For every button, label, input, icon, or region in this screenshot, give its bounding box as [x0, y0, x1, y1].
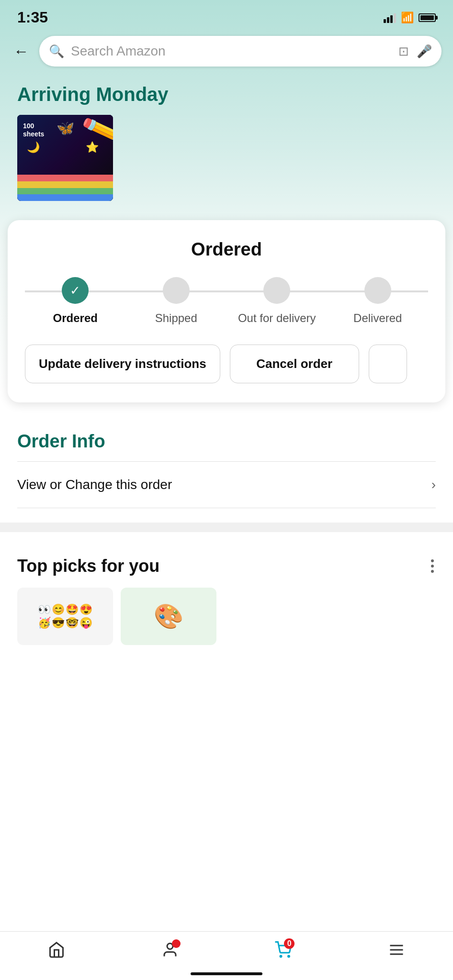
step-circle-delivered: [364, 277, 391, 304]
chevron-right-icon: ›: [431, 477, 436, 492]
view-change-order-row[interactable]: View or Change this order ›: [17, 462, 436, 508]
battery-icon: [419, 13, 436, 22]
back-button[interactable]: ←: [11, 41, 31, 62]
view-change-order-label: View or Change this order: [17, 477, 172, 492]
progress-tracker: ✓ Ordered Shipped Out for delivery Deliv…: [25, 277, 428, 325]
status-time: 1:35: [17, 9, 48, 26]
step-circle-ordered: ✓: [62, 277, 89, 304]
delivery-card: Ordered ✓ Ordered Shipped Out for delive…: [8, 220, 445, 402]
camera-icon[interactable]: ⊡: [398, 44, 409, 59]
section-separator: [0, 523, 453, 532]
delivery-status-title: Ordered: [25, 239, 428, 260]
picks-row: 👀 😊 🤩 😍 🥳 😎 🤓 😜 🎨: [17, 588, 436, 645]
arriving-section: Arriving Monday 100sheets 🦋: [0, 74, 453, 211]
search-actions: ⊡ 🎤: [398, 44, 432, 59]
status-bar: 1:35 📶: [0, 0, 453, 31]
status-icons: 📶: [384, 11, 436, 24]
step-shipped: Shipped: [126, 277, 227, 325]
product-image: 100sheets 🦋 🌙 ⭐ ✏️: [17, 115, 113, 201]
signal-icon: [384, 12, 396, 23]
cart-count-badge: 0: [284, 938, 294, 949]
top-picks-section: Top picks for you 👀 😊 🤩 😍 🥳 😎 🤓 😜: [0, 537, 453, 655]
divider-bottom: [17, 508, 436, 508]
update-delivery-instructions-button[interactable]: Update delivery instructions: [25, 345, 220, 383]
step-ordered: ✓ Ordered: [25, 277, 126, 325]
account-notification-badge: [172, 939, 181, 948]
step-out-for-delivery: Out for delivery: [226, 277, 328, 325]
more-actions-button[interactable]: [369, 345, 407, 383]
order-info-title: Order Info: [17, 431, 436, 452]
scratch-art-book: 100sheets 🦋 🌙 ⭐ ✏️: [17, 115, 113, 201]
order-info-section: Order Info View or Change this order ›: [0, 412, 453, 518]
menu-icon: [388, 941, 405, 963]
more-options-icon[interactable]: [429, 557, 436, 575]
picks-item-2[interactable]: 🎨: [121, 588, 216, 645]
svg-point-1: [280, 956, 282, 957]
wifi-icon: 📶: [401, 11, 414, 24]
top-picks-title: Top picks for you: [17, 556, 159, 576]
nav-account[interactable]: [161, 941, 179, 963]
picks-item-1[interactable]: 👀 😊 🤩 😍 🥳 😎 🤓 😜: [17, 588, 113, 645]
step-circle-shipped: [163, 277, 190, 304]
step-label-ordered: Ordered: [53, 311, 98, 325]
nav-cart[interactable]: 0: [274, 941, 292, 963]
step-label-shipped: Shipped: [155, 311, 197, 325]
search-bar-container: ← 🔍 Search Amazon ⊡ 🎤: [0, 31, 453, 74]
home-icon: [48, 941, 65, 963]
step-delivered: Delivered: [328, 277, 429, 325]
search-icon: 🔍: [49, 44, 64, 59]
cancel-order-button[interactable]: Cancel order: [230, 345, 359, 383]
product-image-container: 100sheets 🦋 🌙 ⭐ ✏️: [17, 115, 436, 201]
nav-home[interactable]: [48, 941, 65, 963]
arriving-title: Arriving Monday: [17, 84, 436, 105]
emoji-grid: 👀 😊 🤩 😍 🥳 😎 🤓 😜: [34, 600, 96, 633]
svg-point-2: [288, 956, 290, 957]
search-placeholder: Search Amazon: [71, 44, 392, 59]
search-bar[interactable]: 🔍 Search Amazon ⊡ 🎤: [39, 36, 442, 67]
home-indicator: [191, 972, 262, 975]
step-label-delivered: Delivered: [353, 311, 402, 325]
action-buttons: Update delivery instructions Cancel orde…: [25, 345, 428, 383]
step-label-out-for-delivery: Out for delivery: [238, 311, 316, 325]
microphone-icon[interactable]: 🎤: [417, 44, 432, 59]
nav-menu[interactable]: [388, 941, 405, 963]
top-picks-header: Top picks for you: [17, 556, 436, 576]
step-circle-out-for-delivery: [263, 277, 290, 304]
